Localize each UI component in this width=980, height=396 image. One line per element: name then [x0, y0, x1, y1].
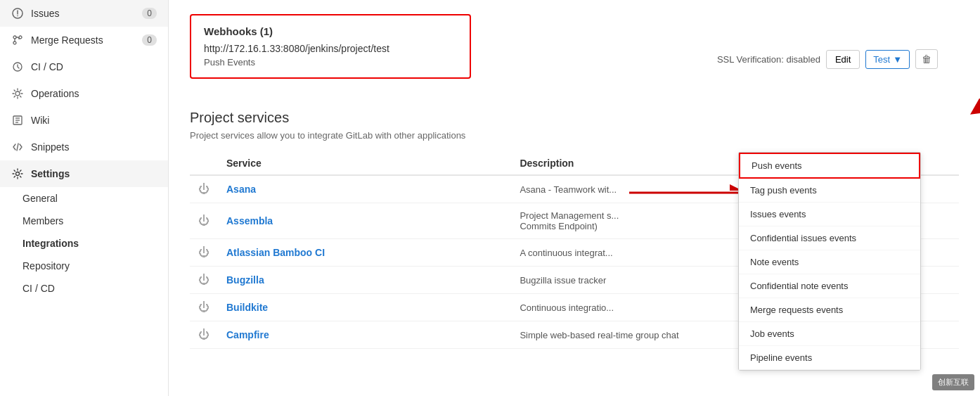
- webhook-controls: SSL Verification: disabled Edit Test ▼ 🗑: [717, 49, 938, 69]
- integrations-label: Integrations: [22, 238, 79, 249]
- top-area: Webhooks (1) http://172.16.1.33:8080/jen…: [190, 14, 959, 93]
- webhook-url: http://172.16.1.33:8080/jenkins/project/…: [204, 43, 457, 54]
- sidebar-sub-repository[interactable]: Repository: [0, 255, 168, 277]
- dropdown-item-push-events[interactable]: Push events: [739, 153, 920, 179]
- service-name-asana: Asana: [218, 175, 511, 203]
- dropdown-item-issues-events[interactable]: Issues events: [739, 203, 920, 226]
- settings-label: Settings: [31, 168, 70, 179]
- settings-icon: [11, 167, 24, 180]
- dropdown-item-confidential-issues[interactable]: Confidential issues events: [739, 226, 920, 250]
- project-services-title: Project services: [190, 110, 959, 126]
- test-label: Test: [873, 54, 890, 65]
- left-panel: Project services Project services allow …: [190, 110, 959, 349]
- general-label: General: [22, 193, 58, 204]
- watermark: 创新互联: [932, 374, 974, 390]
- sidebar-item-merge-requests[interactable]: Merge Requests 0: [0, 27, 168, 53]
- sidebar-sub-members[interactable]: Members: [0, 210, 168, 232]
- issues-badge: 0: [142, 8, 157, 19]
- svg-point-3: [13, 36, 16, 39]
- dropdown-item-job-events[interactable]: Job events: [739, 322, 920, 346]
- webhook-events: Push Events: [204, 57, 457, 68]
- delete-button[interactable]: 🗑: [915, 49, 938, 69]
- cicd-sub-label: CI / CD: [22, 283, 55, 294]
- project-services-header: Project services Project services allow …: [190, 110, 959, 141]
- snippets-label: Snippets: [31, 141, 69, 153]
- service-name-campfire: Campfire: [218, 321, 511, 349]
- dropdown-item-merge-requests[interactable]: Merge requests events: [739, 298, 920, 322]
- sidebar-item-cicd[interactable]: CI / CD: [0, 53, 168, 80]
- wiki-icon: [11, 114, 24, 127]
- dropdown-item-note-events[interactable]: Note events: [739, 250, 920, 274]
- service-toggle-buildkite[interactable]: ⏻: [190, 294, 218, 321]
- service-name-buildkite: Buildkite: [218, 294, 511, 321]
- sidebar: Issues 0 Merge Requests 0 CI / CD Operat…: [0, 0, 169, 396]
- content-area: Project services Project services allow …: [190, 110, 959, 349]
- project-services-description: Project services allow you to integrate …: [190, 130, 959, 141]
- service-toggle-campfire[interactable]: ⏻: [190, 321, 218, 349]
- operations-icon: [11, 87, 24, 100]
- sidebar-sub-integrations[interactable]: Integrations: [0, 232, 168, 255]
- campfire-link[interactable]: Campfire: [226, 329, 269, 340]
- edit-button[interactable]: Edit: [826, 50, 860, 69]
- merge-requests-label: Merge Requests: [31, 34, 103, 46]
- members-label: Members: [22, 215, 63, 226]
- test-dropdown-panel: Push events Tag push events Issues event…: [738, 152, 921, 371]
- assembla-link[interactable]: Assembla: [226, 215, 273, 226]
- operations-label: Operations: [31, 88, 79, 99]
- sidebar-item-wiki[interactable]: Wiki: [0, 107, 168, 134]
- service-toggle-bugzilla[interactable]: ⏻: [190, 267, 218, 294]
- test-button[interactable]: Test ▼: [865, 50, 910, 69]
- sidebar-item-settings[interactable]: Settings: [0, 160, 168, 187]
- issues-label: Issues: [31, 8, 59, 19]
- dropdown-item-pipeline-events[interactable]: Pipeline events: [739, 346, 920, 370]
- bamboo-link[interactable]: Atlassian Bamboo CI: [226, 247, 325, 258]
- repository-label: Repository: [22, 260, 70, 272]
- service-toggle-bamboo[interactable]: ⏻: [190, 239, 218, 267]
- webhook-box: Webhooks (1) http://172.16.1.33:8080/jen…: [190, 14, 471, 79]
- sidebar-sub-cicd[interactable]: CI / CD: [0, 277, 168, 300]
- svg-line-11: [17, 143, 18, 151]
- issues-icon: [11, 7, 24, 20]
- service-name-bamboo: Atlassian Bamboo CI: [218, 239, 511, 267]
- bugzilla-link[interactable]: Bugzilla: [226, 274, 264, 286]
- dropdown-item-tag-push-events[interactable]: Tag push events: [739, 179, 920, 203]
- main-content: Webhooks (1) http://172.16.1.33:8080/jen…: [169, 0, 980, 396]
- sidebar-item-operations[interactable]: Operations: [0, 80, 168, 107]
- dropdown-item-confidential-note[interactable]: Confidential note events: [739, 274, 920, 298]
- asana-link[interactable]: Asana: [226, 184, 256, 195]
- svg-point-4: [13, 41, 16, 44]
- svg-point-2: [17, 15, 18, 17]
- col-service: Service: [218, 152, 511, 175]
- sidebar-item-issues[interactable]: Issues 0: [0, 0, 168, 27]
- ssl-verification-text: SSL Verification: disabled: [717, 54, 820, 65]
- buildkite-link[interactable]: Buildkite: [226, 302, 268, 313]
- wiki-label: Wiki: [31, 115, 49, 126]
- test-dropdown-arrow[interactable]: ▼: [893, 54, 902, 65]
- svg-point-6: [15, 91, 20, 96]
- service-toggle-asana[interactable]: ⏻: [190, 175, 218, 203]
- merge-requests-badge: 0: [142, 34, 157, 46]
- service-name-bugzilla: Bugzilla: [218, 267, 511, 294]
- service-name-assembla: Assembla: [218, 203, 511, 239]
- sidebar-item-snippets[interactable]: Snippets: [0, 134, 168, 160]
- svg-point-12: [16, 172, 20, 176]
- sidebar-sub-general[interactable]: General: [0, 187, 168, 210]
- col-icon: [190, 152, 218, 175]
- cicd-label: CI / CD: [31, 61, 63, 72]
- webhook-title: Webhooks (1): [204, 25, 457, 37]
- cicd-icon: [11, 60, 24, 73]
- snippets-icon: [11, 141, 24, 153]
- merge-requests-icon: [11, 34, 24, 46]
- service-toggle-assembla[interactable]: ⏻: [190, 203, 218, 239]
